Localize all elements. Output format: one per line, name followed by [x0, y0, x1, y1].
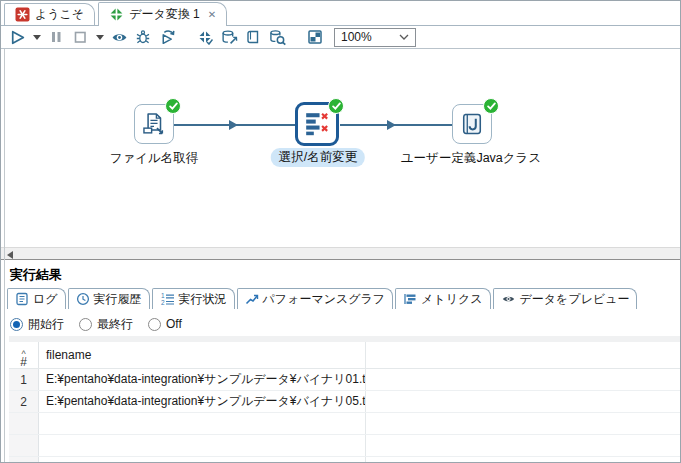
run-button[interactable] [8, 28, 26, 46]
step-ok-badge [165, 98, 181, 114]
tab-execution-history[interactable]: 実行履歴 [68, 288, 150, 309]
editor-tabbar: ようこそ データ変換 1 ✕ [1, 1, 680, 26]
spoon-window: ようこそ データ変換 1 ✕ [0, 0, 681, 463]
tab-transformation-label: データ変換 1 [129, 6, 200, 23]
eye-icon [501, 292, 516, 306]
line-chart-icon [245, 292, 259, 306]
welcome-icon [15, 7, 30, 22]
preview-button[interactable] [110, 28, 128, 46]
table-row[interactable]: 1 E:¥pentaho¥data-integration¥サンプルデータ¥バイ… [9, 369, 680, 391]
pause-button[interactable] [47, 28, 65, 46]
execution-results-panel: 実行結果 ログ 実行履歴 1 2 [1, 261, 680, 462]
preview-mode-radios: 開始行 最終行 Off [1, 310, 680, 332]
tab-performance-graph-label: パフォーマンスグラフ [263, 291, 386, 308]
gantt-bars-icon [403, 292, 417, 306]
svg-text:2: 2 [161, 299, 165, 306]
table-row[interactable]: 2 E:¥pentaho¥data-integration¥サンプルデータ¥バイ… [9, 391, 680, 413]
hop-arrow-icon [229, 120, 238, 130]
step-select-values[interactable] [295, 102, 339, 146]
debug-button[interactable] [134, 28, 152, 46]
zoom-level-select[interactable]: 100% [334, 28, 416, 47]
main-toolbar: 100% [1, 26, 680, 49]
radio-first-rows-label: 開始行 [28, 316, 64, 333]
tab-step-metrics-label: 実行状況 [179, 291, 227, 308]
tab-welcome-label: ようこそ [35, 6, 84, 23]
impact-analysis-button[interactable] [220, 28, 238, 46]
log-icon [15, 292, 29, 306]
row-number-cell: 1 [9, 369, 39, 390]
results-title: 実行結果 [1, 261, 680, 287]
column-header-num[interactable]: ^ # [9, 342, 39, 368]
run-options-caret-icon[interactable] [32, 28, 41, 46]
tab-execution-history-label: 実行履歴 [94, 291, 142, 308]
verify-transformation-button[interactable] [196, 28, 214, 46]
radio-last-rows-label: 最終行 [97, 316, 133, 333]
filename-cell: E:¥pentaho¥data-integration¥サンプルデータ¥バイナリ… [39, 391, 366, 412]
stop-options-caret-icon[interactable] [95, 28, 104, 46]
table-header-row: ^ # filename [9, 342, 680, 369]
tab-metrics[interactable]: メトリクス [395, 288, 490, 309]
tab-preview-data-label: データをプレビュー [520, 291, 630, 308]
tab-transformation[interactable]: データ変換 1 ✕ [98, 2, 227, 26]
tab-metrics-label: メトリクス [421, 291, 482, 308]
clock-icon [76, 292, 90, 306]
chevron-down-icon [399, 34, 409, 40]
radio-unselected-icon [148, 318, 161, 331]
transformation-icon [109, 7, 124, 22]
replay-button[interactable] [158, 28, 176, 46]
explore-database-button[interactable] [268, 28, 286, 46]
tab-log[interactable]: ログ [7, 288, 66, 309]
row-number-cell: 2 [9, 391, 39, 412]
left-frame-line [4, 26, 5, 462]
hop-arrow-icon [387, 120, 396, 130]
close-tab-icon[interactable]: ✕ [208, 9, 216, 20]
radio-unselected-icon [79, 318, 92, 331]
step-user-defined-java-class[interactable] [452, 104, 492, 144]
radio-last-rows[interactable]: 最終行 [79, 316, 133, 333]
zoom-level-value: 100% [341, 30, 372, 44]
empty-table-row [9, 413, 680, 435]
radio-off[interactable]: Off [148, 317, 182, 331]
empty-table-row [9, 435, 680, 457]
radio-off-label: Off [166, 317, 182, 331]
scroll-left-arrow-icon[interactable] [7, 251, 13, 259]
canvas-horizontal-scrollbar[interactable] [1, 247, 680, 260]
column-header-filename[interactable]: filename [39, 342, 366, 368]
hop-line-2 [340, 124, 453, 126]
select-values-icon [303, 110, 331, 138]
svg-text:1: 1 [161, 292, 165, 299]
tab-preview-data[interactable]: データをプレビュー [493, 288, 638, 309]
user-defined-java-class-icon [459, 111, 485, 137]
tab-welcome[interactable]: ようこそ [4, 3, 95, 25]
show-execution-results-button[interactable] [306, 28, 324, 46]
transformation-canvas[interactable]: ファイル名取得 選択/名前変更 [1, 49, 680, 247]
step-label: 選択/名前変更 [271, 148, 365, 167]
tab-performance-graph[interactable]: パフォーマンスグラフ [237, 288, 394, 309]
radio-selected-icon [10, 318, 23, 331]
tab-step-metrics[interactable]: 1 2 実行状況 [152, 288, 235, 309]
step-ok-badge [483, 98, 499, 114]
radio-first-rows[interactable]: 開始行 [10, 316, 64, 333]
stop-button[interactable] [71, 28, 89, 46]
filename-cell: E:¥pentaho¥data-integration¥サンプルデータ¥バイナリ… [39, 369, 366, 390]
step-ok-badge [328, 98, 344, 114]
step-label: ユーザー定義Javaクラス [401, 150, 541, 167]
results-tabbar: ログ 実行履歴 1 2 実行状況 [7, 287, 680, 310]
empty-table-row [9, 457, 680, 462]
get-file-names-icon [141, 111, 167, 137]
generate-sql-button[interactable] [244, 28, 262, 46]
tab-log-label: ログ [33, 291, 58, 308]
step-get-file-names[interactable] [134, 104, 174, 144]
preview-data-table: ^ # filename 1 E:¥pentaho¥data-integrati… [9, 342, 680, 462]
step-label: ファイル名取得 [110, 150, 199, 167]
numbered-list-icon: 1 2 [160, 292, 175, 306]
